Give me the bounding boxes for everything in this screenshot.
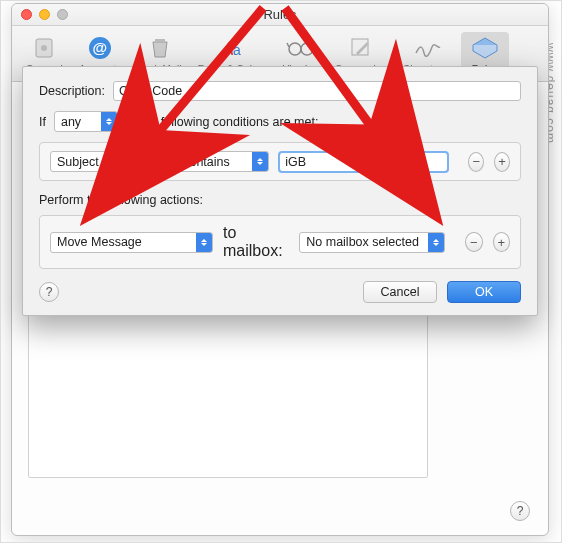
condition-row: Subject contains − + [39,142,521,181]
remove-condition-button[interactable]: − [468,152,484,172]
if-label: If [39,115,46,129]
glasses-icon [285,34,317,62]
chevron-updown-icon [101,112,117,131]
svg-point-8 [301,43,313,55]
ok-button[interactable]: OK [447,281,521,303]
window-title: Rules [12,7,548,22]
remove-action-button[interactable]: − [465,232,482,252]
select-value: No mailbox selected [300,235,428,249]
condition-field-select[interactable]: Subject [50,151,166,172]
svg-point-7 [289,43,301,55]
sheet-help-button[interactable]: ? [39,282,59,302]
svg-rect-4 [155,39,165,42]
action-mailbox-select[interactable]: No mailbox selected [299,232,445,253]
action-type-select[interactable]: Move Message [50,232,213,253]
select-value: any [55,115,101,129]
gear-icon [28,34,60,62]
rule-edit-sheet: Description: If any of the following con… [22,66,538,316]
description-input[interactable] [113,81,521,101]
trash-icon [144,34,176,62]
preferences-window: Rules General @ Accounts Junk Mail [11,3,549,536]
svg-text:a: a [233,42,241,58]
help-button[interactable]: ? [510,501,530,521]
condition-operator-select[interactable]: contains [176,151,269,172]
add-action-button[interactable]: + [493,232,510,252]
signature-icon [412,34,444,62]
select-value: Subject [51,155,149,169]
rules-icon [469,34,501,62]
action-row: Move Message to mailbox: No mailbox sele… [39,215,521,269]
if-mode-select[interactable]: any [54,111,118,132]
condition-value-input[interactable] [279,152,448,172]
chevron-updown-icon [428,233,444,252]
svg-point-1 [41,45,47,51]
description-label: Description: [39,84,105,98]
select-value: Move Message [51,235,196,249]
chevron-updown-icon [149,152,165,171]
cancel-button[interactable]: Cancel [363,281,437,303]
compose-icon [345,34,377,62]
chevron-updown-icon [196,233,212,252]
chevron-updown-icon [252,152,268,171]
titlebar: Rules [12,4,548,26]
actions-title: Perform the following actions: [39,193,521,207]
select-value: contains [177,155,252,169]
add-condition-button[interactable]: + [494,152,510,172]
fonts-icon: Aa [216,34,248,62]
action-mid-label: to mailbox: [223,224,289,260]
at-icon: @ [84,34,116,62]
svg-text:@: @ [93,39,108,56]
if-tail-label: of the following conditions are met: [126,115,318,129]
